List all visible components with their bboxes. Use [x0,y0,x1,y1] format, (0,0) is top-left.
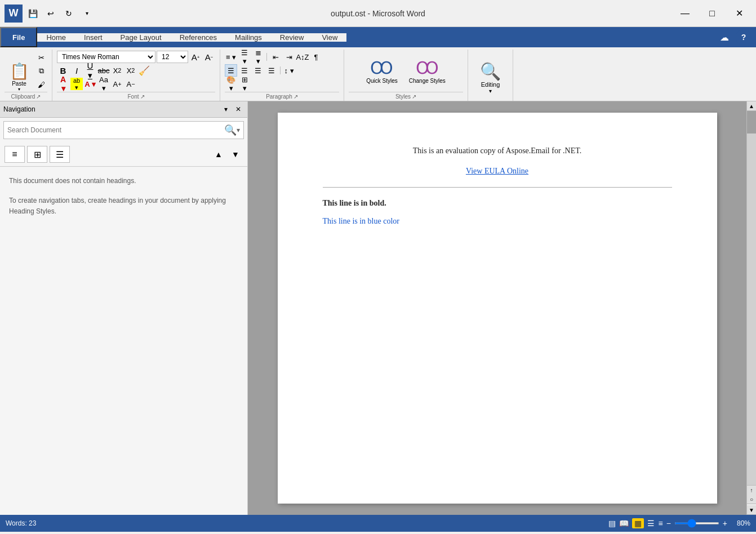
cloud-btn[interactable]: ☁ [717,29,732,45]
status-right: ▤ 📖 ▦ ☰ ≡ − + 80% [608,518,750,528]
tab-page-layout[interactable]: Page Layout [112,33,171,42]
font-name-select[interactable]: Times New Roman [57,51,155,63]
zoom-slider[interactable] [674,522,719,524]
menu-tabs: Home Insert Page Layout References Maili… [37,33,346,42]
clipboard-expand[interactable]: ↗ [36,94,41,100]
title-bar-left: W 💾 ↩ ↻ ▾ [5,5,95,23]
print-layout-btn[interactable]: ▤ [608,519,616,528]
draft-btn[interactable]: ≡ [658,519,662,528]
redo-btn[interactable]: ↻ [61,6,77,21]
menu-file[interactable]: File [0,27,37,47]
close-btn[interactable]: ✕ [727,5,751,22]
nav-panel-title: Navigation [3,105,35,113]
help-btn[interactable]: ? [736,29,751,45]
styles-expand[interactable]: ↗ [412,94,416,100]
clear-format-btn[interactable]: 🧹 [138,64,150,77]
nav-dropdown-btn[interactable]: ▾ [220,104,232,115]
paste-btn[interactable]: 📋 Paste ▾ [5,63,34,91]
font-color-btn[interactable]: A ▾ [57,78,69,90]
quick-access-dropdown[interactable]: ▾ [79,6,95,21]
font-size-select[interactable]: 12 [157,51,188,63]
vertical-scrollbar[interactable]: ▲ ↑ ○ ▼ [746,101,756,515]
line-spacing-btn[interactable]: ↕ ▾ [283,64,295,77]
multilevel-btn[interactable]: ≣ ▾ [252,51,264,63]
title-bar: W 💾 ↩ ↻ ▾ output.ost - Microsoft Word — … [0,0,756,27]
align-center-btn[interactable]: ☰ [238,64,251,77]
tab-mailings[interactable]: Mailings [226,33,271,42]
nav-pages-btn[interactable]: ⊞ [27,146,47,163]
align-left-btn[interactable]: ☰ [225,64,237,77]
borders-btn[interactable]: ⊞ ▾ [238,78,251,90]
document-area[interactable]: This is an evaluation copy of Aspose.Ema… [248,101,746,515]
scroll-pagedown-btn[interactable]: ○ [747,495,757,504]
font-grow-btn[interactable]: A+ [189,51,202,63]
sort-btn[interactable]: A↕Z [296,51,309,63]
styles-content: Ꝏ Quick Styles Ꝏ Change Styles [362,51,450,91]
editing-btn[interactable]: 🔍 Editing ▾ [473,58,508,97]
eula-link[interactable]: View EULA Online [466,167,528,175]
text-color2-btn[interactable]: A ▾ [84,78,96,90]
highlight-btn[interactable]: ab ▾ [70,78,83,90]
zoom-out-btn[interactable]: − [666,519,671,528]
nav-results-btn[interactable]: ☰ [50,146,70,163]
nav-next-btn[interactable]: ▼ [228,148,243,161]
nav-headings-btn[interactable]: ≡ [5,146,25,163]
maximize-btn[interactable]: □ [700,5,724,22]
scroll-down-btn[interactable]: ▼ [747,505,757,515]
nav-content: This document does not contain headings.… [0,167,247,515]
scroll-pageup-btn[interactable]: ↑ [747,485,757,495]
save-quick-btn[interactable]: 💾 [25,6,41,21]
tab-view[interactable]: View [313,33,346,42]
tab-review[interactable]: Review [271,33,313,42]
underline-btn[interactable]: U ▾ [84,64,96,77]
format-painter-btn[interactable]: 🖌 [35,78,47,91]
superscript-btn[interactable]: X2 [124,64,137,77]
change-styles-icon: Ꝏ [416,58,439,78]
undo-btn[interactable]: ↩ [43,6,59,21]
ribbon: 📋 Paste ▾ ✂ ⧉ 🖌 Clipboard ↗ Times New Ro… [0,47,756,101]
window-controls: — □ ✕ [673,5,751,22]
case-btn[interactable]: Aa ▾ [97,78,110,90]
nav-view-tabs: ≡ ⊞ ☰ ▲ ▼ [0,143,247,167]
search-btn[interactable]: 🔍 [224,124,237,136]
paragraph-expand[interactable]: ↗ [293,94,298,100]
font-grow2-btn[interactable]: A+ [111,78,123,90]
tab-home[interactable]: Home [37,33,75,42]
shading-btn[interactable]: 🎨 ▾ [225,78,237,90]
ribbon-paragraph-group: ≡ ▾ ☰ ▾ ≣ ▾ ⇤ ⇥ A↕Z ¶ ☰ ☰ ☰ ☰ ↕ ▾ 🎨 ▾ ⊞ … [220,50,344,101]
increase-indent-btn[interactable]: ⇥ [283,51,295,63]
zoom-in-btn[interactable]: + [723,519,727,528]
font-content: Times New Roman 12 A+ A− B I U ▾ abc X2 … [57,51,215,91]
minimize-btn[interactable]: — [673,5,697,22]
decrease-indent-btn[interactable]: ⇤ [269,51,282,63]
font-shrink2-btn[interactable]: A− [124,78,137,90]
search-options-btn[interactable]: ▾ [237,126,240,134]
nav-close-btn[interactable]: ✕ [233,104,244,115]
web-layout-btn[interactable]: ▦ [632,518,644,528]
nav-prev-btn[interactable]: ▲ [211,148,226,161]
change-styles-btn[interactable]: Ꝏ Change Styles [404,51,450,91]
show-para-btn[interactable]: ¶ [310,51,322,63]
outline-btn[interactable]: ☰ [647,519,655,528]
cut-btn[interactable]: ✂ [35,51,47,64]
search-input[interactable] [7,126,224,134]
quick-styles-btn[interactable]: Ꝏ Quick Styles [362,51,402,91]
tab-insert[interactable]: Insert [75,33,112,42]
tab-references[interactable]: References [171,33,226,42]
font-shrink-btn[interactable]: A− [203,51,215,63]
menu-bar: File Home Insert Page Layout References … [0,27,756,47]
bullets-btn[interactable]: ≡ ▾ [225,51,237,63]
numbering-btn[interactable]: ☰ ▾ [238,51,251,63]
subscript-btn[interactable]: X2 [111,64,123,77]
full-reading-btn[interactable]: 📖 [619,519,629,528]
scroll-track[interactable] [747,111,756,485]
scroll-up-btn[interactable]: ▲ [747,101,757,111]
word-icon: W [5,5,23,23]
font-expand[interactable]: ↗ [140,94,145,100]
justify-btn[interactable]: ☰ [265,64,278,77]
strikethrough-btn[interactable]: abc [97,64,110,77]
align-right-btn[interactable]: ☰ [252,64,264,77]
copy-btn[interactable]: ⧉ [35,65,47,77]
italic-btn[interactable]: I [70,64,83,77]
scroll-thumb[interactable] [747,111,756,134]
